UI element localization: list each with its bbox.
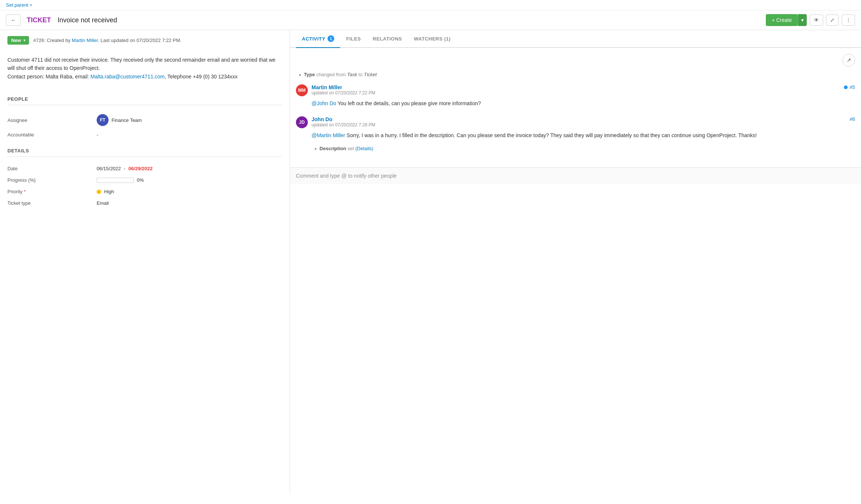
details-section: DETAILS Date 06/15/2022 - 06/29/2022 Pro… — [7, 146, 282, 209]
comment-6-text: Sorry, I was in a hurry. I filled in the… — [346, 132, 757, 138]
type-change-to: to — [358, 72, 364, 77]
comment-6-header: JD John Do updated on 07/20/2022 7:28 PM… — [296, 116, 855, 128]
ticket-label: TICKET — [27, 16, 51, 24]
date-value: 06/15/2022 - 06/29/2022 — [97, 166, 153, 171]
assignee-avatar: FT — [97, 114, 109, 126]
people-section-title: PEOPLE — [7, 95, 282, 102]
tab-watchers-label: WATCHERS (1) — [414, 36, 451, 42]
watch-button[interactable]: 👁 — [810, 14, 823, 26]
sub-bullet-icon: • — [315, 146, 317, 152]
comment-5-author: Martin Miller — [312, 84, 840, 90]
status-row: New ▾ #726: Created by Martin Miller. La… — [7, 36, 282, 45]
tab-watchers[interactable]: WATCHERS (1) — [408, 30, 457, 48]
tab-relations-label: RELATIONS — [373, 36, 402, 42]
tab-activity-label: ACTIVITY — [302, 36, 325, 42]
watch-icon: 👁 — [814, 17, 819, 23]
assignee-value: FT Finance Team — [97, 114, 142, 126]
set-parent-bar[interactable]: Set parent + — [0, 0, 861, 10]
comment-placeholder[interactable]: Comment and type @ to notify other peopl… — [296, 173, 855, 179]
back-button[interactable]: ← — [6, 14, 21, 26]
priority-label: Priority * — [7, 189, 97, 194]
comment-5-num[interactable]: #5 — [850, 84, 855, 90]
assignee-label: Assignee — [7, 117, 97, 123]
status-caret-icon: ▾ — [23, 38, 25, 42]
more-button[interactable]: ⋮ — [842, 14, 855, 26]
tab-relations[interactable]: RELATIONS — [367, 30, 408, 48]
details-section-title: DETAILS — [7, 146, 282, 154]
priority-dot-icon — [97, 190, 101, 194]
progress-bar-bg — [97, 178, 134, 183]
sub-activity-text: Description set (Details) — [320, 145, 374, 152]
date-label: Date — [7, 166, 97, 171]
email-link[interactable]: Malta.raba@customer4711.com — [90, 74, 164, 80]
create-dropdown-button[interactable]: ▾ — [798, 14, 807, 26]
comment-6-author: John Do — [312, 116, 846, 122]
ticket-type-label: Ticket type — [7, 200, 97, 206]
priority-value: High — [97, 189, 114, 194]
progress-value: 0% — [97, 177, 144, 183]
ticket-meta-suffix: . Last updated on 07/20/2022 7:22 PM. — [98, 38, 181, 43]
top-bar-actions: + Create ▾ 👁 ⤢ ⋮ — [766, 14, 855, 26]
share-area: ↗ — [296, 54, 855, 67]
comment-5: MM Martin Miller updated on 07/20/2022 7… — [296, 84, 855, 107]
system-activity-type-change: • Type changed from Task to Ticket — [296, 71, 855, 78]
caret-icon: ▾ — [801, 17, 804, 23]
description-text: Customer 4711 did not receive their invo… — [7, 56, 282, 81]
people-divider — [7, 105, 282, 105]
left-panel: New ▾ #726: Created by Martin Miller. La… — [0, 30, 290, 493]
progress-row: Progress (%) 0% — [7, 174, 282, 186]
ticket-title: Invoice not received — [58, 16, 117, 24]
top-bar: ← TICKET Invoice not received + Create ▾… — [0, 10, 861, 30]
create-label: + Create — [772, 17, 792, 23]
description-label: Description — [320, 146, 346, 151]
comment-input-area: Comment and type @ to notify other peopl… — [290, 167, 861, 184]
details-divider — [7, 156, 282, 157]
comment-5-body: @John Do You left out the details, can y… — [312, 99, 855, 107]
ticket-type-value: Email — [97, 200, 109, 206]
type-change-from: changed from — [316, 72, 347, 77]
description-details-link[interactable]: (Details) — [355, 146, 373, 151]
description-phone: , Telephone +49 (0) 30 1234xxx — [165, 74, 238, 80]
comment-5-avatar: MM — [296, 84, 308, 96]
description-set-text: set — [348, 146, 355, 151]
progress-label: Progress (%) — [7, 177, 97, 183]
type-from-value: Task — [347, 72, 357, 77]
comment-6-body: @Martin Miller Sorry, I was in a hurry. … — [312, 131, 855, 139]
status-label: New — [11, 38, 21, 43]
priority-value-text: High — [104, 189, 114, 194]
create-button[interactable]: + Create — [766, 14, 798, 26]
share-button[interactable]: ↗ — [842, 54, 855, 67]
comment-6-date: updated on 07/20/2022 7:28 PM — [312, 122, 846, 127]
sub-activity-description: • Description set (Details) — [312, 145, 855, 152]
main-layout: New ▾ #726: Created by Martin Miller. La… — [0, 30, 861, 493]
set-parent-link[interactable]: Set parent + — [6, 2, 32, 8]
ticket-author-link[interactable]: Martin Miller — [72, 38, 98, 43]
more-icon: ⋮ — [846, 17, 851, 23]
comment-5-header: MM Martin Miller updated on 07/20/2022 7… — [296, 84, 855, 96]
accountable-value: - — [97, 132, 98, 138]
description: Customer 4711 did not receive their invo… — [7, 52, 282, 84]
date-start: 06/15/2022 — [97, 166, 121, 171]
comment-6-mention[interactable]: @Martin Miller — [312, 132, 345, 138]
ticket-meta-prefix: #726: Created by — [33, 38, 72, 43]
tab-activity[interactable]: ACTIVITY 1 — [296, 30, 340, 48]
create-button-group: + Create ▾ — [766, 14, 807, 26]
accountable-label: Accountable — [7, 132, 97, 138]
comment-6-num[interactable]: #6 — [850, 116, 855, 122]
comment-6-avatar: JD — [296, 116, 308, 128]
comment-6-meta: John Do updated on 07/20/2022 7:28 PM — [312, 116, 846, 127]
comment-5-mention[interactable]: @John Do — [312, 100, 336, 106]
progress-bar-wrap: 0% — [97, 177, 144, 183]
progress-percent-label: 0% — [137, 177, 144, 183]
expand-button[interactable]: ⤢ — [826, 14, 839, 26]
type-to-value: Ticket — [364, 72, 377, 77]
comment-5-text: You left out the details, can you please… — [338, 100, 481, 106]
status-badge[interactable]: New ▾ — [7, 36, 29, 45]
accountable-row: Accountable - — [7, 129, 282, 140]
date-end: 06/29/2022 — [128, 166, 152, 171]
date-row: Date 06/15/2022 - 06/29/2022 — [7, 163, 282, 174]
tab-files[interactable]: FILES — [340, 30, 367, 48]
assignee-name: Finance Team — [112, 117, 142, 123]
priority-row: Priority * High — [7, 186, 282, 197]
activity-panel: ↗ • Type changed from Task to Ticket MM — [290, 48, 861, 167]
